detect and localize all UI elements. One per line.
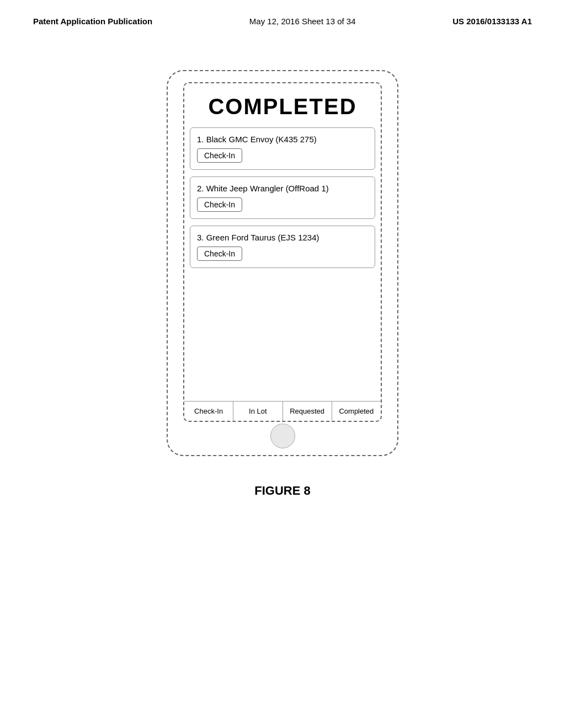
bottom-nav: Check-In In Lot Requested Completed — [184, 401, 381, 421]
vehicle-list: 1. Black GMC Envoy (K435 275) Check-In 2… — [184, 127, 381, 401]
home-button[interactable] — [270, 424, 295, 448]
vehicle-name-3: 3. Green Ford Taurus (EJS 1234) — [197, 233, 368, 242]
nav-completed[interactable]: Completed — [332, 402, 381, 421]
home-button-area — [168, 422, 397, 455]
vehicle-name-2: 2. White Jeep Wrangler (OffRoad 1) — [197, 184, 368, 193]
check-in-button-1[interactable]: Check-In — [197, 148, 242, 163]
patent-header-right: US 2016/0133133 A1 — [452, 17, 532, 26]
screen-title: COMPLETED — [184, 83, 381, 127]
vehicle-name-1: 1. Black GMC Envoy (K435 275) — [197, 135, 368, 144]
main-content: COMPLETED 1. Black GMC Envoy (K435 275) … — [0, 37, 565, 498]
patent-header-center: May 12, 2016 Sheet 13 of 34 — [249, 17, 356, 26]
patent-header: Patent Application Publication May 12, 2… — [0, 0, 565, 37]
nav-inlot[interactable]: In Lot — [233, 402, 282, 421]
check-in-button-2[interactable]: Check-In — [197, 197, 242, 212]
vehicle-item-1: 1. Black GMC Envoy (K435 275) Check-In — [190, 127, 375, 170]
phone-mockup: COMPLETED 1. Black GMC Envoy (K435 275) … — [167, 70, 398, 456]
nav-requested[interactable]: Requested — [283, 402, 332, 421]
vehicle-item-3: 3. Green Ford Taurus (EJS 1234) Check-In — [190, 226, 375, 268]
patent-header-left: Patent Application Publication — [33, 17, 152, 26]
check-in-button-3[interactable]: Check-In — [197, 247, 242, 261]
phone-screen: COMPLETED 1. Black GMC Envoy (K435 275) … — [183, 82, 382, 422]
vehicle-item-2: 2. White Jeep Wrangler (OffRoad 1) Check… — [190, 176, 375, 219]
figure-caption: FIGURE 8 — [254, 484, 310, 498]
nav-checkin[interactable]: Check-In — [184, 402, 233, 421]
